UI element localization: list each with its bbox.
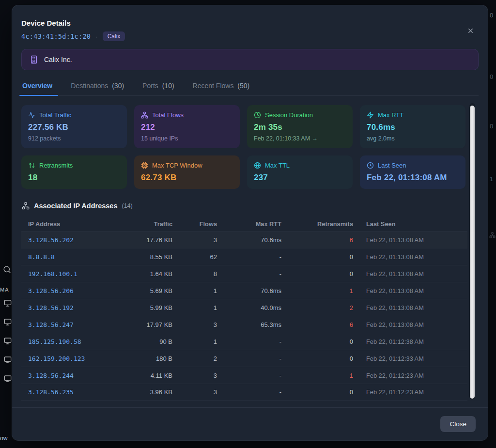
stat-label: Max RTT <box>378 111 403 119</box>
stat-value: 227.56 KB <box>28 123 120 132</box>
tab-count: (10) <box>162 82 174 90</box>
scrollbar-thumb[interactable] <box>470 106 475 399</box>
background-column-label: MA <box>0 287 9 293</box>
ip-address-link[interactable]: 3.128.56.192 <box>28 304 132 311</box>
table-row[interactable]: 162.159.200.123180 B2-0Feb 22, 01:12:33 … <box>21 350 467 367</box>
stat-value: 70.6ms <box>367 123 459 132</box>
retransmits-value: 2 <box>281 304 353 311</box>
stat-label: Retransmits <box>39 162 73 169</box>
retransmits-value: 1 <box>281 372 353 379</box>
globe-icon <box>254 162 261 169</box>
ip-address-link[interactable]: 192.168.100.1 <box>28 270 132 278</box>
max-rtt-value: 70.6ms <box>217 236 281 244</box>
background-table-value: 0 <box>490 73 493 80</box>
modal-footer: Close <box>12 407 488 440</box>
building-icon <box>30 55 38 64</box>
tab-destinations[interactable]: Destinations (30) <box>70 82 125 95</box>
stat-card-total-flows: Total Flows21215 unique IPs <box>134 105 240 148</box>
last-seen-value: Feb 22, 01:13:08 AM <box>353 253 461 261</box>
flows-value: 3 <box>172 236 217 244</box>
arrows-up-down-icon <box>28 162 35 169</box>
table-row[interactable]: 3.128.56.2065.69 KB170.6ms1Feb 22, 01:13… <box>21 282 467 299</box>
modal-header: Device Details 4c:43:41:5d:1c:20 · Calix <box>12 5 488 41</box>
network-icon <box>22 202 30 210</box>
ip-address-link[interactable]: 3.128.56.244 <box>28 372 132 379</box>
zap-icon <box>367 111 374 119</box>
max-rtt-value: 40.0ms <box>217 304 281 311</box>
ip-address-link[interactable]: 3.128.56.202 <box>28 236 132 244</box>
flows-value: 3 <box>172 388 217 396</box>
ip-address-link[interactable]: 185.125.190.58 <box>28 338 132 345</box>
column-header-max-rtt: Max RTT <box>217 220 281 228</box>
flows-value: 3 <box>172 321 217 328</box>
table-row[interactable]: 3.128.56.2353.96 KB3-0Feb 22, 01:12:23 A… <box>21 384 467 401</box>
tab-bar: OverviewDestinations (30)Ports (10)Recen… <box>21 82 479 96</box>
tab-label: Destinations <box>71 82 108 90</box>
ip-address-link[interactable]: 3.128.56.235 <box>28 388 132 396</box>
background-table-value: 0 <box>490 12 493 19</box>
stat-card-max-rtt: Max RTT70.6msavg 2.0ms <box>360 105 465 148</box>
background-table-value: 0 <box>490 123 493 130</box>
ip-address-link[interactable]: 8.8.8.8 <box>28 253 132 261</box>
stat-value: 62.73 KB <box>141 173 233 183</box>
activity-icon <box>28 111 35 119</box>
last-seen-value: Feb 22, 01:12:23 AM <box>353 372 461 379</box>
device-details-modal: Device Details 4c:43:41:5d:1c:20 · Calix… <box>12 5 488 441</box>
last-seen-value: Feb 22, 01:13:08 AM <box>353 304 461 311</box>
ip-address-link[interactable]: 3.128.56.247 <box>28 321 132 328</box>
ip-address-link[interactable]: 162.159.200.123 <box>28 355 132 362</box>
stat-subtext: Feb 22, 01:10:33 AM → <box>254 135 346 142</box>
max-rtt-value: - <box>217 388 281 396</box>
close-button[interactable]: Close <box>440 416 476 432</box>
scrollbar[interactable] <box>469 103 475 400</box>
flows-value: 3 <box>172 372 217 379</box>
tab-overview[interactable]: Overview <box>21 82 53 95</box>
table-row[interactable]: 192.168.100.11.64 KB8-0Feb 22, 01:13:08 … <box>21 265 467 282</box>
column-header-last-seen: Last Seen <box>353 220 461 228</box>
modal-title: Device Details <box>21 19 479 27</box>
stat-value: 212 <box>141 123 233 132</box>
table-row[interactable]: 8.8.8.88.55 KB62-0Feb 22, 01:13:08 AM <box>21 248 467 265</box>
overview-tab-content: Total Traffic227.56 KB912 packetsTotal F… <box>12 96 488 401</box>
retransmits-value: 6 <box>281 236 353 244</box>
last-seen-value: Feb 22, 01:12:33 AM <box>353 355 461 362</box>
device-monitor-icon <box>4 356 12 366</box>
max-rtt-value: - <box>217 355 281 362</box>
table-row[interactable]: 3.128.56.1925.99 KB140.0ms2Feb 22, 01:13… <box>21 299 467 316</box>
table-row[interactable]: 185.125.190.5890 B1-0Feb 22, 01:12:38 AM <box>21 333 467 350</box>
last-seen-value: Feb 22, 01:13:08 AM <box>353 236 461 244</box>
table-row[interactable]: 3.128.56.2444.11 KB3-1Feb 22, 01:12:23 A… <box>21 367 467 384</box>
stat-subtext: 15 unique IPs <box>141 135 233 142</box>
tab-recent-flows[interactable]: Recent Flows (50) <box>192 82 251 95</box>
stat-label: Total Flows <box>152 111 184 119</box>
last-seen-value: Feb 22, 01:13:08 AM <box>353 321 461 328</box>
table-header-row: IP Address Traffic Flows Max RTT Retrans… <box>21 216 467 231</box>
max-rtt-value: - <box>217 253 281 261</box>
table-row[interactable]: 3.128.56.20217.76 KB370.6ms6Feb 22, 01:1… <box>21 231 467 248</box>
retransmits-value: 0 <box>281 388 353 396</box>
section-title: Associated IP Addresses <box>34 202 117 210</box>
vendor-name: Calix Inc. <box>44 56 72 63</box>
close-icon[interactable] <box>465 26 475 35</box>
max-rtt-value: - <box>217 338 281 345</box>
stat-subtext: 912 packets <box>28 135 120 142</box>
traffic-value: 17.76 KB <box>132 236 172 244</box>
device-monitor-icon <box>4 318 12 328</box>
ip-address-link[interactable]: 3.128.56.206 <box>28 287 132 294</box>
traffic-value: 17.97 KB <box>132 321 172 328</box>
retransmits-value: 0 <box>281 270 353 278</box>
max-rtt-value: 65.3ms <box>217 321 281 328</box>
flows-value: 1 <box>172 287 217 294</box>
device-monitor-icon <box>4 337 12 347</box>
last-seen-value: Feb 22, 01:12:38 AM <box>353 338 461 345</box>
tab-ports[interactable]: Ports (10) <box>141 82 175 95</box>
max-rtt-value: - <box>217 372 281 379</box>
table-row[interactable]: 3.128.56.24717.97 KB365.3ms6Feb 22, 01:1… <box>21 316 467 333</box>
stat-value: 18 <box>28 173 120 183</box>
mac-address: 4c:43:41:5d:1c:20 <box>21 32 91 40</box>
stat-subtext: avg 2.0ms <box>367 135 459 142</box>
stat-card-retransmits: Retransmits18 <box>21 155 127 189</box>
stat-card-last-seen: Last SeenFeb 22, 01:13:08 AM <box>360 155 465 189</box>
tab-count: (30) <box>112 82 124 90</box>
flows-value: 1 <box>172 304 217 311</box>
